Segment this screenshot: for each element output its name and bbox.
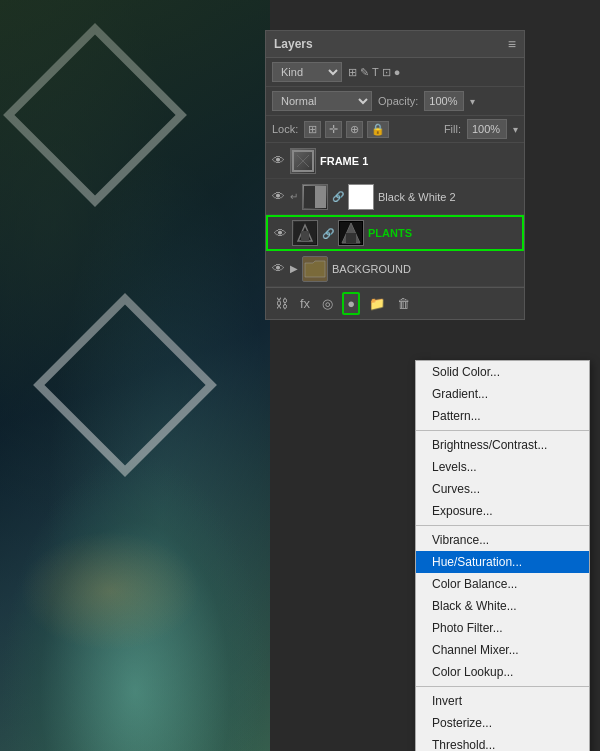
layers-panel: Layers ≡ Kind ⊞ ✎ T ⊡ ● Normal Opacity: … [265,30,525,320]
svg-rect-5 [350,186,372,208]
type-icon: T [372,66,379,78]
fx-toolbar-icon[interactable]: fx [297,294,313,313]
eye-icon-bw2[interactable]: 👁 [270,189,286,204]
blend-row: Normal Opacity: ▾ [266,87,524,116]
lock-position-icon[interactable]: ✛ [325,121,342,138]
opacity-label: Opacity: [378,95,418,107]
kind-select[interactable]: Kind [272,62,342,82]
svg-rect-8 [301,231,309,241]
canvas-area [0,0,270,751]
menu-photo-filter[interactable]: Photo Filter... [416,617,589,639]
smart-icon: ● [394,66,401,78]
layer-name-bg: BACKGROUND [332,263,520,275]
link-icon-bw2: 🔗 [332,191,344,202]
fill-arrow: ▾ [513,124,518,135]
thumb-bg [302,256,328,282]
lock-all-icon[interactable]: 🔒 [367,121,389,138]
kind-row: Kind ⊞ ✎ T ⊡ ● [266,58,524,87]
fill-input[interactable] [467,119,507,139]
layer-row-frame1[interactable]: 👁 FRAME 1 [266,143,524,179]
layer-name-plants: PLANTS [368,227,518,239]
fill-label: Fill: [444,123,461,135]
menu-channel-mixer[interactable]: Channel Mixer... [416,639,589,661]
layer-row-bw2[interactable]: 👁 ↵ 🔗 Black & White 2 [266,179,524,215]
link-toolbar-icon[interactable]: ⛓ [272,294,291,313]
thumb-frame1 [290,148,316,174]
menu-hue-saturation[interactable]: Hue/Saturation... [416,551,589,573]
menu-brightness-contrast[interactable]: Brightness/Contrast... [416,434,589,456]
adjust-icon: ✎ [360,66,369,79]
link-icon-plants: 🔗 [322,228,334,239]
layer-name-frame1: FRAME 1 [320,155,520,167]
pixel-icon: ⊞ [348,66,357,79]
shape-icon: ⊡ [382,66,391,79]
lock-pixels-icon[interactable]: ⊞ [304,121,321,138]
menu-invert[interactable]: Invert [416,690,589,712]
menu-threshold[interactable]: Threshold... [416,734,589,751]
layer-name-bw2: Black & White 2 [378,191,520,203]
menu-solid-color[interactable]: Solid Color... [416,361,589,383]
kind-icons: ⊞ ✎ T ⊡ ● [348,66,400,79]
menu-color-lookup[interactable]: Color Lookup... [416,661,589,683]
menu-vibrance[interactable]: Vibrance... [416,529,589,551]
lock-row: Lock: ⊞ ✛ ⊕ 🔒 Fill: ▾ [266,116,524,143]
eye-icon-frame1[interactable]: 👁 [270,153,286,168]
lock-label: Lock: [272,123,298,135]
menu-levels[interactable]: Levels... [416,456,589,478]
menu-gradient[interactable]: Gradient... [416,383,589,405]
thumb-plants [292,220,318,246]
opacity-input[interactable] [424,91,464,111]
thumb-bw2-mask [348,184,374,210]
menu-pattern[interactable]: Pattern... [416,405,589,427]
mask-toolbar-icon[interactable]: ◎ [319,294,336,313]
menu-curves[interactable]: Curves... [416,478,589,500]
divider-3 [416,686,589,687]
return-icon-bw2: ↵ [290,191,298,202]
menu-color-balance[interactable]: Color Balance... [416,573,589,595]
menu-black-white[interactable]: Black & White... [416,595,589,617]
thumb-bw2 [302,184,328,210]
expand-arrow-bg[interactable]: ▶ [290,263,298,274]
blend-mode-select[interactable]: Normal [272,91,372,111]
folder-toolbar-icon[interactable]: 📁 [366,294,388,313]
lock-artboard-icon[interactable]: ⊕ [346,121,363,138]
layers-toolbar: ⛓ fx ◎ ● 📁 🗑 [266,287,524,319]
adjustment-toolbar-icon[interactable]: ● [342,292,360,315]
opacity-arrow: ▾ [470,96,475,107]
thumb-plants-mask [338,220,364,246]
menu-exposure[interactable]: Exposure... [416,500,589,522]
panel-title: Layers [274,37,313,51]
eye-icon-plants[interactable]: 👁 [272,226,288,241]
eye-icon-bg[interactable]: 👁 [270,261,286,276]
divider-2 [416,525,589,526]
panel-header: Layers ≡ [266,31,524,58]
panel-menu-icon[interactable]: ≡ [508,36,516,52]
divider-1 [416,430,589,431]
svg-rect-11 [346,233,356,243]
layer-row-plants[interactable]: 👁 🔗 PLANTS [266,215,524,251]
adjustment-dropdown-menu: Solid Color... Gradient... Pattern... Br… [415,360,590,751]
layer-row-background[interactable]: 👁 ▶ BACKGROUND [266,251,524,287]
svg-rect-4 [304,186,315,208]
lock-icons-group: ⊞ ✛ ⊕ 🔒 [304,121,389,138]
delete-toolbar-icon[interactable]: 🗑 [394,294,413,313]
menu-posterize[interactable]: Posterize... [416,712,589,734]
